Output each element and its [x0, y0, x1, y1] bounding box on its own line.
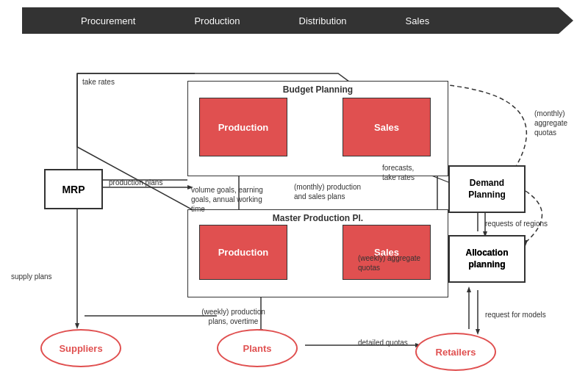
volume-goals-label: volume goals, earninggoals, annual worki…	[191, 185, 265, 214]
header-distribution: Distribution	[299, 15, 347, 26]
header-production: Production	[194, 15, 240, 26]
demand-planning-label: DemandPlanning	[468, 178, 506, 201]
svg-marker-8	[75, 323, 79, 329]
forecasts-label: forecasts,take rates	[382, 163, 441, 182]
suppliers-ellipse: Suppliers	[40, 329, 121, 367]
plants-ellipse: Plants	[217, 329, 298, 367]
weekly-production-label: (weekly) productionplans, overtime	[195, 307, 272, 326]
retailers-label: Retailers	[436, 347, 476, 358]
master-production-inner-box: Production	[199, 225, 287, 280]
master-production-label: Production	[218, 247, 269, 258]
svg-marker-31	[467, 286, 471, 292]
mrp-box: MRP	[44, 169, 103, 209]
budget-production-box: Production	[199, 98, 287, 156]
mrp-label: MRP	[62, 184, 85, 195]
header-bar: Procurement Production Distribution Sale…	[22, 7, 573, 34]
monthly-aggregate-quotas-label: (monthly)aggregatequotas	[534, 109, 586, 137]
budget-sales-label: Sales	[374, 122, 399, 133]
budget-production-label: Production	[218, 122, 269, 133]
budget-sales-box: Sales	[343, 98, 431, 156]
svg-marker-29	[476, 329, 480, 335]
allocation-planning-box-2: Allocationplanning	[448, 235, 526, 283]
request-for-models-label: request for models	[485, 310, 546, 320]
requests-of-regions-label: requests of regions	[485, 219, 548, 228]
take-rates-label: take rates	[82, 77, 115, 87]
monthly-production-label: (monthly) productionand sales plans	[294, 182, 371, 201]
header-sales: Sales	[406, 15, 430, 26]
budget-planning-title: Budget Planning	[188, 82, 448, 96]
supply-plans-label: supply plans	[11, 272, 52, 281]
budget-planning-box: Budget Planning Production Sales	[187, 81, 448, 176]
retailers-ellipse: Retailers	[415, 333, 496, 371]
diagram: Procurement Production Distribution Sale…	[0, 0, 588, 379]
plants-label: Plants	[243, 343, 271, 354]
production-plans-label: production plans	[109, 178, 162, 187]
allocation-planning-text: Allocationplanning	[465, 248, 508, 270]
header-procurement: Procurement	[81, 15, 135, 26]
weekly-aggregate-label: (weekly) aggregatequotas	[358, 253, 439, 272]
detailed-quotas-label: detailed quotas	[358, 338, 408, 347]
demand-planning-box: DemandPlanning	[448, 165, 526, 213]
suppliers-label: Suppliers	[59, 343, 102, 354]
